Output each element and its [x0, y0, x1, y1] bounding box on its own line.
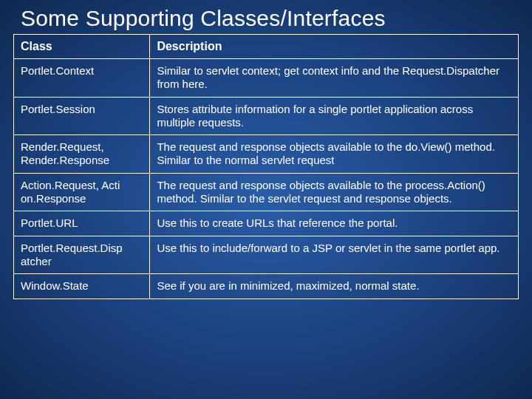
table-row: Portlet.Request.Disp atcher Use this to … [14, 236, 519, 274]
cell-class: Window.State [14, 274, 150, 299]
cell-description: Use this to create URLs that reference t… [150, 211, 519, 236]
table-row: Window.State See if you are in minimized… [14, 274, 519, 299]
cell-class: Portlet.Session [14, 97, 150, 135]
table-row: Render.Request, Render.Response The requ… [14, 135, 519, 174]
header-description: Description [150, 35, 519, 59]
table-row: Portlet.Context Similar to servlet conte… [14, 59, 519, 98]
cell-description: Similar to servlet context; get context … [150, 59, 519, 98]
cell-description: Use this to include/forward to a JSP or … [150, 236, 519, 274]
table-header-row: Class Description [14, 35, 519, 59]
cell-description: See if you are in minimized, maximized, … [150, 274, 519, 299]
slide-title: Some Supporting Classes/Interfaces [21, 6, 519, 31]
cell-class: Render.Request, Render.Response [14, 135, 150, 174]
header-class: Class [14, 35, 150, 59]
cell-description: The request and response objects availab… [150, 135, 519, 174]
classes-table: Class Description Portlet.Context Simila… [13, 34, 519, 299]
table-row: Portlet.Session Stores attribute informa… [14, 97, 519, 135]
cell-class: Portlet.Context [14, 59, 150, 98]
cell-description: Stores attribute information for a singl… [150, 97, 519, 135]
cell-class: Portlet.Request.Disp atcher [14, 236, 150, 274]
table-row: Portlet.URL Use this to create URLs that… [14, 211, 519, 236]
table-row: Action.Request, Acti on.Response The req… [14, 173, 519, 211]
cell-class: Action.Request, Acti on.Response [14, 173, 150, 211]
cell-class: Portlet.URL [14, 211, 150, 236]
cell-description: The request and response objects availab… [150, 173, 519, 211]
slide: Some Supporting Classes/Interfaces Class… [0, 0, 532, 399]
